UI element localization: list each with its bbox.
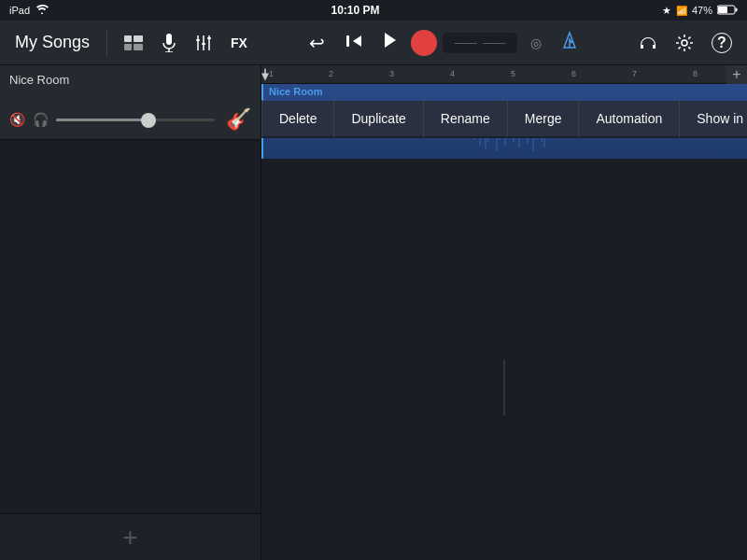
status-left: iPad bbox=[9, 5, 49, 16]
svg-marker-16 bbox=[353, 35, 361, 47]
track-headphone-button[interactable]: 🎧 bbox=[33, 112, 49, 127]
scroll-indicator bbox=[503, 359, 505, 415]
bluetooth-icon: ★ bbox=[662, 5, 671, 17]
svg-rect-17 bbox=[346, 35, 349, 47]
device-label: iPad bbox=[9, 5, 30, 16]
main-area: Nice Room 🔇 🎧 🎸 + bbox=[0, 65, 747, 560]
svg-point-22 bbox=[682, 40, 687, 46]
status-time: 10:10 PM bbox=[331, 4, 379, 17]
fx-label: FX bbox=[231, 35, 247, 50]
undo-button[interactable]: ↩ bbox=[302, 28, 332, 58]
lcd-display: —— —— bbox=[443, 33, 517, 53]
fx-button[interactable]: FX bbox=[225, 32, 253, 54]
mute-button[interactable]: 🔇 bbox=[9, 112, 25, 127]
loop-marker-button[interactable]: ◎ bbox=[523, 32, 549, 54]
show-in-grid-button[interactable]: Show in Grid bbox=[680, 100, 747, 137]
context-menu: Delete Duplicate Rename Merge Automation… bbox=[261, 101, 747, 138]
instrument-icon: 🎸 bbox=[226, 107, 251, 132]
empty-arrange-area bbox=[261, 159, 747, 560]
svg-rect-1 bbox=[736, 7, 738, 11]
ruler-bar-7: 7 bbox=[632, 69, 637, 78]
metronome-button[interactable] bbox=[555, 27, 585, 58]
svg-marker-23 bbox=[261, 73, 269, 80]
track-item: Nice Room 🔇 🎧 🎸 bbox=[0, 65, 261, 140]
battery-icon bbox=[717, 5, 738, 17]
play-button[interactable] bbox=[375, 28, 405, 57]
volume-bar bbox=[56, 119, 215, 121]
volume-knob[interactable] bbox=[141, 113, 156, 128]
transport-section: ↩ —— —— ◎ bbox=[261, 27, 626, 58]
settings-button[interactable] bbox=[670, 31, 698, 55]
svg-rect-4 bbox=[134, 35, 143, 42]
ruler-bar-2: 2 bbox=[329, 69, 333, 78]
arrange-area: 1 2 3 4 5 6 7 8 + Nice Room bbox=[261, 65, 747, 560]
wifi-icon bbox=[35, 5, 49, 16]
svg-marker-18 bbox=[385, 33, 396, 48]
mixer-button[interactable] bbox=[190, 32, 218, 54]
battery-pct: 47% bbox=[692, 5, 712, 16]
svg-rect-6 bbox=[134, 44, 143, 50]
svg-rect-15 bbox=[207, 37, 211, 39]
separator bbox=[106, 30, 107, 56]
my-songs-label: My Songs bbox=[15, 33, 90, 52]
status-right: ★ 📶 47% bbox=[662, 5, 738, 17]
svg-rect-13 bbox=[196, 39, 200, 41]
ruler: 1 2 3 4 5 6 7 8 + bbox=[261, 65, 747, 84]
add-bar-button[interactable]: + bbox=[726, 65, 747, 84]
add-track-button[interactable]: + bbox=[0, 513, 261, 560]
add-track-icon: + bbox=[122, 523, 137, 553]
ruler-bar-5: 5 bbox=[511, 69, 515, 78]
track-view-button[interactable] bbox=[119, 32, 148, 54]
skip-back-button[interactable] bbox=[338, 28, 370, 57]
svg-rect-24 bbox=[264, 69, 266, 75]
ruler-bar-4: 4 bbox=[450, 69, 455, 78]
ruler-bar-8: 8 bbox=[693, 69, 698, 78]
volume-fill bbox=[56, 119, 151, 121]
help-button[interactable]: ? bbox=[706, 29, 738, 57]
playhead bbox=[261, 65, 269, 84]
headphone-button[interactable] bbox=[633, 32, 663, 54]
svg-rect-7 bbox=[166, 34, 172, 45]
help-icon: ? bbox=[712, 33, 732, 53]
toolbar: My Songs FX ↩ —— —— ◎ bbox=[0, 21, 747, 65]
track-volume[interactable] bbox=[56, 119, 215, 121]
ruler-bar-1: 1 bbox=[269, 69, 274, 78]
track-region-row[interactable]: Nice Room bbox=[261, 84, 747, 159]
svg-rect-3 bbox=[124, 35, 132, 42]
track-list: Nice Room 🔇 🎧 🎸 + bbox=[0, 65, 261, 560]
rename-button[interactable]: Rename bbox=[424, 100, 508, 137]
delete-button[interactable]: Delete bbox=[261, 100, 334, 137]
right-tools: ? bbox=[633, 29, 738, 57]
my-songs-button[interactable]: My Songs bbox=[9, 29, 95, 56]
record-button[interactable] bbox=[411, 30, 437, 56]
track-controls: 🔇 🎧 🎸 bbox=[9, 107, 251, 132]
svg-rect-14 bbox=[202, 43, 205, 45]
status-bar: iPad 10:10 PM ★ 📶 47% bbox=[0, 0, 747, 21]
track-name: Nice Room bbox=[9, 73, 251, 87]
mic-button[interactable] bbox=[156, 30, 182, 56]
svg-rect-2 bbox=[718, 7, 727, 13]
ruler-bar-6: 6 bbox=[571, 69, 576, 78]
merge-button[interactable]: Merge bbox=[508, 100, 580, 137]
svg-rect-5 bbox=[124, 44, 132, 50]
duplicate-button[interactable]: Duplicate bbox=[334, 100, 423, 137]
region-label: Nice Room bbox=[269, 86, 322, 97]
automation-button[interactable]: Automation bbox=[579, 100, 680, 137]
bluetooth-icon2: 📶 bbox=[676, 6, 687, 16]
empty-track-area bbox=[0, 140, 261, 513]
ruler-bar-3: 3 bbox=[389, 69, 394, 78]
plus-icon: + bbox=[732, 66, 740, 83]
